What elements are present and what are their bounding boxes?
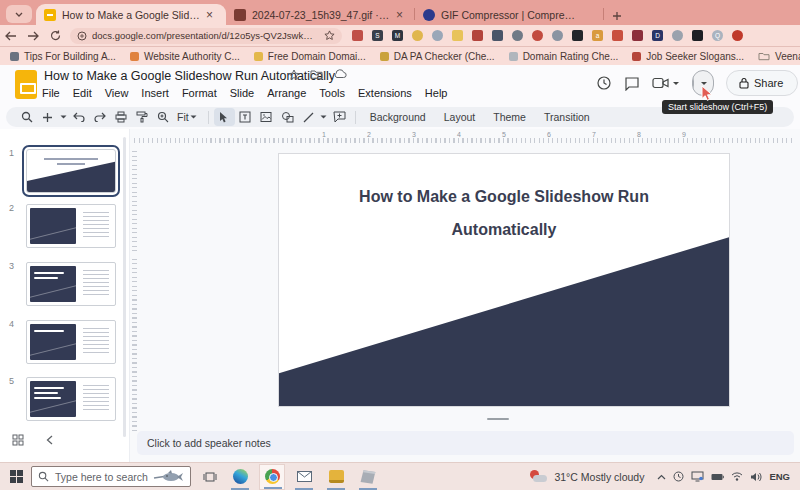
new-slide-dropdown[interactable]	[58, 115, 68, 119]
fit-dropdown[interactable]	[189, 115, 199, 119]
notes-resize-handle[interactable]	[487, 418, 509, 420]
bookmark-star-icon[interactable]	[324, 30, 335, 41]
new-tab-button[interactable]	[612, 11, 622, 21]
menu-item[interactable]: File	[42, 87, 60, 99]
extension-icon[interactable]	[492, 30, 503, 41]
add-comment-button[interactable]	[329, 111, 350, 123]
share-button[interactable]: Share	[726, 70, 798, 96]
new-slide-button[interactable]	[37, 112, 58, 123]
collapse-filmstrip-button[interactable]	[46, 435, 53, 445]
extension-icon[interactable]	[512, 30, 523, 41]
menu-item[interactable]: Help	[425, 87, 448, 99]
wifi-button[interactable]	[731, 472, 743, 481]
files-app-button[interactable]	[323, 464, 349, 490]
zoom-button[interactable]	[152, 111, 173, 123]
tab-search-button[interactable]	[6, 5, 32, 23]
cloud-status-icon[interactable]	[333, 69, 347, 79]
bookmark-item[interactable]: Website Authority C...	[130, 51, 240, 62]
box-app-button[interactable]	[355, 464, 381, 490]
edge-app-button[interactable]	[227, 464, 253, 490]
extension-icon[interactable]: M	[392, 30, 403, 41]
slide-thumbnail-row[interactable]: 2	[0, 202, 122, 252]
extension-icon[interactable]	[732, 30, 743, 41]
tab-google-slides[interactable]: How to Make a Google Slidesh... ×	[36, 4, 226, 25]
speaker-notes[interactable]: Click to add speaker notes	[137, 431, 794, 455]
bookmark-item[interactable]: Veena	[758, 51, 800, 62]
start-button[interactable]	[10, 470, 23, 483]
layout-button[interactable]: Layout	[435, 111, 485, 123]
background-button[interactable]: Background	[361, 111, 435, 123]
menu-item[interactable]: View	[105, 87, 129, 99]
search-menus-button[interactable]	[16, 111, 37, 123]
menu-item[interactable]: Format	[182, 87, 217, 99]
insert-line-button[interactable]	[298, 112, 319, 123]
extension-icon[interactable]	[552, 30, 563, 41]
star-icon[interactable]	[288, 69, 300, 81]
grid-view-button[interactable]	[12, 434, 24, 446]
menu-item[interactable]: Insert	[141, 87, 169, 99]
tab-close-icon[interactable]: ×	[396, 9, 403, 21]
display-cast-button[interactable]	[691, 471, 704, 482]
extension-icon[interactable]	[672, 30, 683, 41]
menu-item[interactable]: Arrange	[267, 87, 306, 99]
forward-button[interactable]	[22, 31, 44, 41]
extension-icon[interactable]	[452, 30, 463, 41]
chrome-app-button[interactable]	[259, 464, 285, 490]
extension-icon[interactable]: D	[652, 30, 663, 41]
extension-icon[interactable]: S	[372, 30, 383, 41]
extension-icon[interactable]	[632, 30, 643, 41]
slide-thumbnail-row[interactable]: 5	[0, 375, 122, 425]
fit-zoom-select[interactable]: Fit	[173, 111, 189, 123]
url-omnibox[interactable]: docs.google.com/presentation/d/12o5ys-QV…	[70, 28, 342, 44]
tray-app-button[interactable]	[673, 471, 684, 482]
slide-thumbnail[interactable]	[26, 320, 116, 364]
comment-history-button[interactable]	[624, 76, 640, 91]
move-folder-icon[interactable]	[310, 69, 323, 80]
insert-image-button[interactable]	[256, 111, 277, 123]
transition-button[interactable]: Transition	[535, 111, 599, 123]
slide-title[interactable]: How to Make a Google Slideshow Run Autom…	[279, 180, 729, 246]
menu-item[interactable]: Slide	[230, 87, 254, 99]
meet-present-button[interactable]	[652, 77, 680, 89]
bookmark-item[interactable]: Domain Rating Che...	[509, 51, 619, 62]
show-hidden-icons-button[interactable]	[657, 474, 666, 480]
language-indicator[interactable]: ENG	[769, 471, 790, 482]
extension-icon[interactable]	[472, 30, 483, 41]
slide-thumbnail[interactable]	[26, 377, 116, 421]
undo-button[interactable]	[68, 112, 89, 122]
tab-gif-file[interactable]: 2024-07-23_15h39_47.gif · Cu... ×	[226, 4, 414, 25]
extension-icon[interactable]	[352, 30, 363, 41]
select-tool-button[interactable]	[214, 108, 235, 126]
text-box-button[interactable]	[235, 111, 256, 123]
version-history-button[interactable]	[596, 75, 612, 91]
weather-widget[interactable]: 31°C Mostly cloudy	[529, 470, 644, 484]
print-button[interactable]	[110, 111, 131, 123]
menu-item[interactable]: Tools	[319, 87, 345, 99]
slides-app-icon[interactable]	[15, 70, 37, 99]
bookmark-item[interactable]: DA PA Checker (Che...	[380, 51, 495, 62]
bookmark-item[interactable]: Tips For Building A...	[10, 51, 116, 62]
tab-gif-compressor[interactable]: GIF Compressor | Compress Gi...	[415, 4, 603, 25]
redo-button[interactable]	[89, 112, 110, 122]
reload-button[interactable]	[44, 30, 66, 41]
menu-item[interactable]: Edit	[73, 87, 92, 99]
insert-shape-button[interactable]	[277, 111, 298, 123]
volume-button[interactable]	[750, 472, 762, 482]
bookmark-item[interactable]: Free Domain Domai...	[254, 51, 366, 62]
battery-button[interactable]	[711, 473, 724, 481]
extension-icon[interactable]: Q	[712, 30, 723, 41]
extension-icon[interactable]: a	[592, 30, 603, 41]
line-dropdown[interactable]	[319, 115, 329, 119]
slide-canvas[interactable]: How to Make a Google Slideshow Run Autom…	[278, 153, 730, 407]
extension-icon[interactable]	[572, 30, 583, 41]
slide-thumbnail-row[interactable]: 1	[0, 147, 122, 197]
taskbar-search-box[interactable]: Type here to search	[31, 466, 191, 487]
slide-thumbnail-row[interactable]: 4	[0, 318, 122, 368]
back-button[interactable]	[0, 31, 22, 41]
extension-icon[interactable]	[612, 30, 623, 41]
extension-icon[interactable]	[532, 30, 543, 41]
extension-icon[interactable]	[412, 30, 423, 41]
tab-close-icon[interactable]: ×	[206, 9, 213, 21]
theme-button[interactable]: Theme	[484, 111, 535, 123]
extension-icon[interactable]	[432, 30, 443, 41]
